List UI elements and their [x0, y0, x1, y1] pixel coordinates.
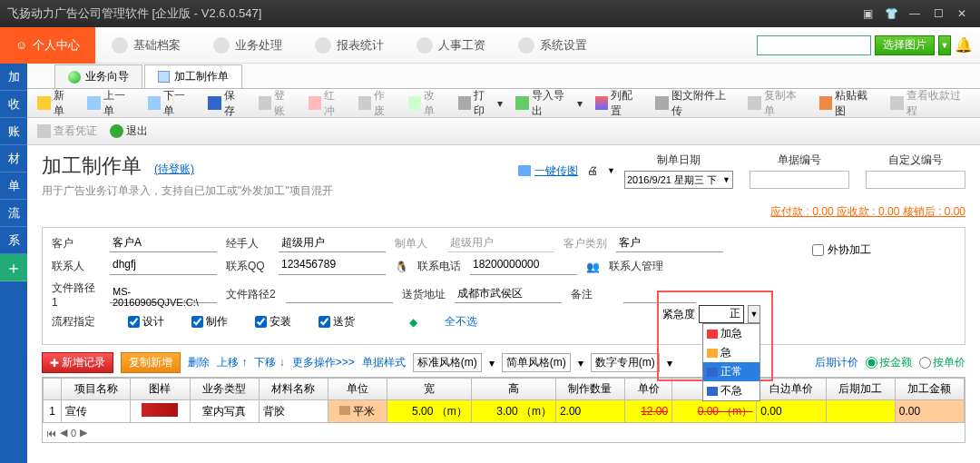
chevron-down-icon[interactable]: ▼ [607, 166, 615, 175]
table-row[interactable]: 1 宣传 室内写真 背胶 平米 5.00 （m） 3.00 （m） 2.00 1… [44, 400, 965, 423]
qq-icon[interactable]: 🐧 [395, 261, 408, 273]
urgency-dropdown-button[interactable]: ▼ [748, 305, 760, 323]
phone-label: 联系电话 [417, 259, 461, 274]
side-plus[interactable]: ＋ [0, 254, 27, 281]
theme-icon[interactable]: ▣ [857, 5, 878, 23]
tab-business-guide[interactable]: 业务向导 [54, 64, 142, 88]
handler-input[interactable]: 超级用户 [279, 235, 386, 252]
install-check[interactable]: 安装 [255, 314, 291, 330]
urgency-input[interactable]: 正 [699, 305, 744, 323]
prev-page-icon[interactable]: ◀ [60, 427, 67, 438]
arrow-left-icon [87, 96, 101, 110]
search-input[interactable] [757, 35, 871, 55]
status-link[interactable]: (待登账) [154, 162, 194, 177]
deliver-check[interactable]: 送货 [318, 314, 355, 330]
add-row-button[interactable]: ✚新增记录 [42, 352, 113, 373]
pay-info[interactable]: 应付款 : 0.00 应收款 : 0.00 核销后 : 0.00 [42, 204, 965, 220]
contact-mgr-link[interactable]: 联系人管理 [609, 259, 663, 274]
side-add[interactable]: 加 [0, 64, 27, 91]
bell-icon[interactable]: 🔔 [955, 36, 973, 54]
io-button[interactable]: 导入导出 ▾ [511, 86, 586, 121]
more-link[interactable]: 更多操作>>> [292, 355, 355, 370]
red-button[interactable]: 红冲 [304, 86, 350, 121]
urgency-dropdown-list[interactable]: 加急 急 正常 不急 [702, 323, 760, 401]
copy-icon [748, 96, 761, 110]
menu-system[interactable]: 系统设置 [502, 27, 603, 64]
by-price-radio[interactable]: 按单价 [919, 355, 965, 370]
diamond-icon: ◆ [409, 316, 417, 329]
path1-input[interactable]: MS-20160905QJVE:C:\ [110, 286, 217, 303]
next-button[interactable]: 下一单 [143, 86, 201, 121]
contact-label: 联系人 [52, 259, 101, 274]
paste-button[interactable]: 粘贴截图 [815, 86, 882, 121]
custtype-input[interactable]: 客户 [616, 235, 723, 252]
make-check[interactable]: 制作 [191, 314, 228, 330]
num-style[interactable]: 数字专用(m) [591, 353, 660, 372]
rowstyle-link[interactable]: 单据样式 [362, 355, 406, 370]
all-not-link[interactable]: 全不选 [445, 314, 477, 330]
menu-report[interactable]: 报表统计 [299, 27, 400, 64]
user-center-button[interactable]: ☺ 个人中心 [0, 27, 95, 64]
attach-button[interactable]: 图文附件上传 [651, 86, 740, 121]
contact-input[interactable]: dhgfj [110, 258, 217, 275]
by-amount-radio[interactable]: 按金额 [866, 355, 912, 370]
urgency-option[interactable]: 加急 [703, 324, 760, 343]
urgency-option[interactable]: 急 [703, 343, 760, 362]
printer-icon[interactable]: 🖨 [587, 164, 598, 177]
select-image-button[interactable]: 选择图片 [875, 35, 935, 55]
urgency-option-selected[interactable]: 正常 [703, 362, 760, 381]
side-account[interactable]: 账 [0, 118, 27, 145]
moveup-link[interactable]: 上移 ↑ [217, 355, 247, 370]
viewpay-button[interactable]: 查看收款过程 [886, 86, 975, 121]
print-button[interactable]: 打印 ▾ [454, 86, 508, 121]
menu-business[interactable]: 业务处理 [197, 27, 299, 64]
side-order[interactable]: 单 [0, 172, 27, 200]
onekey-transfer-link[interactable]: 一键传图 [518, 163, 578, 179]
urgency-option[interactable]: 不急 [703, 381, 760, 400]
side-sys[interactable]: 系 [0, 227, 27, 254]
cols-button[interactable]: 列配置 [591, 86, 648, 121]
side-material[interactable]: 材 [0, 145, 27, 172]
addr-input[interactable]: 成都市武侯区 [455, 286, 562, 303]
side-flow[interactable]: 流 [0, 200, 27, 227]
minimize-icon[interactable]: — [904, 5, 926, 23]
save-button[interactable]: 保存 [203, 86, 250, 121]
latecalc-label: 后期计价 [815, 355, 858, 370]
qq-label: 联系QQ [226, 259, 270, 274]
print-icon [458, 96, 472, 110]
custno-input[interactable] [866, 171, 965, 189]
menu-hr[interactable]: 人事工资 [400, 27, 502, 64]
copy-button[interactable]: 复制本单 [743, 86, 810, 121]
movedown-link[interactable]: 下移 ↓ [254, 355, 284, 370]
skin-icon[interactable]: 👕 [880, 5, 902, 23]
tab-process-order[interactable]: 加工制作单 [144, 64, 242, 88]
docno-input[interactable] [750, 171, 849, 189]
design-check[interactable]: 设计 [128, 314, 164, 330]
delete-link[interactable]: 删除 [188, 355, 210, 370]
first-page-icon[interactable]: ⏮ [46, 428, 56, 438]
prev-button[interactable]: 上一单 [83, 86, 140, 121]
post-button[interactable]: 登账 [254, 86, 300, 121]
menu-basic-archive[interactable]: 基础档案 [95, 27, 197, 64]
void-button[interactable]: 作废 [354, 86, 400, 121]
simple-style[interactable]: 简单风格(m) [502, 353, 571, 372]
qq-input[interactable]: 123456789 [279, 258, 386, 275]
close-icon[interactable]: ✕ [951, 5, 973, 23]
outsource-check[interactable]: 外协加工 [812, 242, 871, 258]
select-image-dropdown[interactable]: ▼ [938, 35, 951, 55]
date-select[interactable]: 2016/9/21 星期三 下▼ [624, 171, 733, 189]
voucher-button[interactable]: 查看凭证 [33, 122, 102, 141]
copy-new-button[interactable]: 复制新增 [121, 352, 181, 373]
edit-button[interactable]: 改单 [404, 86, 450, 121]
std-style[interactable]: 标准风格(m) [413, 353, 482, 372]
path2-input[interactable] [286, 286, 393, 303]
new-button[interactable]: 新单 [33, 86, 79, 121]
table-header-row: 项目名称 图样 业务类型 材料名称 单位 宽 高 制作数量 单价 白边单价 后期… [44, 379, 965, 400]
side-receive[interactable]: 收 [0, 91, 27, 118]
exit-button[interactable]: 退出 [105, 122, 152, 141]
customer-input[interactable]: 客户A [110, 235, 217, 252]
phone-input[interactable]: 18200000000 [470, 258, 577, 275]
next-page-icon[interactable]: ▶ [80, 427, 87, 438]
flag-icon [707, 349, 718, 358]
maximize-icon[interactable]: ☐ [927, 5, 949, 23]
